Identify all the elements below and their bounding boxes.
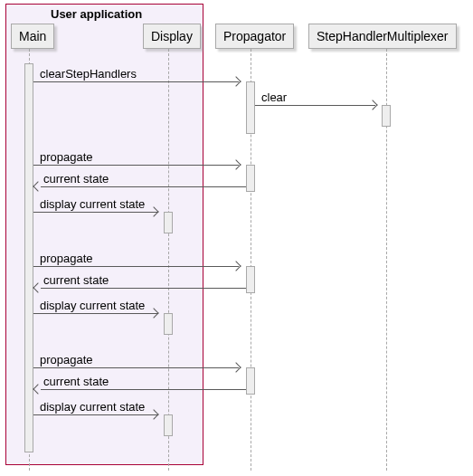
arrow [255,105,375,106]
msg-display-current-state: display current state [40,197,145,211]
arrow [41,389,246,390]
frame-label: User application [43,5,149,23]
activation-propagator [246,367,255,395]
activation-display [164,212,173,233]
activation-display [164,414,173,436]
msg-clearStepHandlers: clearStepHandlers [40,67,137,81]
participant-display: Display [143,24,201,49]
participant-label: Propagator [223,29,286,43]
arrow-head [231,261,241,271]
arrow [33,414,158,415]
arrow-head [367,100,377,109]
participant-label: StepHandlerMultiplexer [317,29,449,43]
activation-main [24,63,33,452]
arrow [33,165,239,166]
msg-current-state: current state [43,172,109,186]
lifeline-display [168,49,169,471]
arrow [33,367,239,368]
arrow [33,313,158,314]
participant-main: Main [11,24,54,49]
participant-propagator: Propagator [215,24,294,49]
arrow [33,212,158,213]
sequence-diagram: User application Main Display Propagator… [0,0,473,476]
activation-propagator [246,165,255,192]
activation-propagator [246,81,255,134]
arrow [41,186,246,187]
activation-propagator [246,266,255,293]
arrow [41,288,246,289]
msg-display-current-state: display current state [40,400,145,414]
msg-display-current-state: display current state [40,299,145,312]
arrow [33,81,239,82]
participant-label: Main [19,29,46,43]
msg-clear: clear [261,90,287,104]
participant-label: Display [151,29,193,43]
msg-propagate: propagate [40,252,93,265]
arrow-head [231,76,241,86]
msg-propagate: propagate [40,150,93,164]
participant-multiplexer: StepHandlerMultiplexer [308,24,457,49]
activation-display [164,313,173,335]
arrow-head [231,362,241,372]
msg-current-state: current state [43,273,109,287]
msg-propagate: propagate [40,353,93,367]
arrow-head [231,159,241,169]
arrow [33,266,239,267]
msg-current-state: current state [43,375,109,388]
activation-multiplexer [382,105,391,127]
